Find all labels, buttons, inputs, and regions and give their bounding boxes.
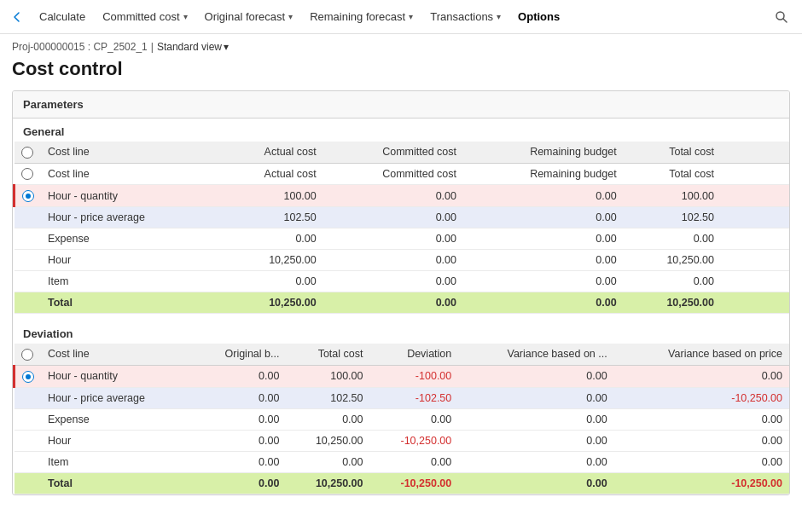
row-actual: 0.00 <box>218 228 323 250</box>
row-name: Hour <box>41 250 218 271</box>
table-row: Expense 0.00 0.00 0.00 0.00 0.00 <box>15 408 790 430</box>
row-remaining: 0.00 <box>463 228 624 250</box>
dev-header-radio[interactable] <box>21 349 33 361</box>
dev-col-header-total: Total cost <box>286 344 369 365</box>
dev-row-original: 0.00 <box>193 430 286 451</box>
dev-row-deviation: -10,250.00 <box>369 430 458 451</box>
row-total: Total cost <box>624 163 721 185</box>
col-header-actualcost: Actual cost <box>218 142 323 163</box>
general-table-header-row: Cost line Actual cost Committed cost Rem… <box>15 142 790 163</box>
dev-row-radio-cell <box>15 365 42 387</box>
view-dropdown[interactable]: Standard view ▾ <box>157 41 229 53</box>
dev-row-deviation: -100.00 <box>369 365 458 387</box>
total-remaining: 0.00 <box>463 292 624 314</box>
general-subsection: General Cost line Actual cost Committed … <box>13 119 789 314</box>
row-radio-cell <box>15 185 42 207</box>
dev-total-deviation: -10,250.00 <box>369 472 458 494</box>
dev-row-original: 0.00 <box>193 365 286 387</box>
row-actual: 0.00 <box>218 271 323 292</box>
deviation-table-body: Hour - quantity 0.00 100.00 -100.00 0.00… <box>15 365 790 494</box>
table-row: Hour - price average 102.50 0.00 0.00 10… <box>15 207 790 228</box>
nav-remaining-forecast[interactable]: Remaining forecast ▾ <box>303 7 420 26</box>
dev-row-variance1: 0.00 <box>458 365 613 387</box>
col-header-costline: Cost line <box>41 142 218 163</box>
table-row: Item 0.00 0.00 0.00 0.00 0.00 <box>15 451 790 472</box>
table-row: Total 10,250.00 0.00 0.00 10,250.00 <box>15 292 790 314</box>
dev-row-total: 0.00 <box>286 408 369 430</box>
breadcrumb-separator: | <box>151 41 154 53</box>
dev-row-variance1: 0.00 <box>458 387 613 408</box>
chevron-down-icon: ▾ <box>183 12 188 21</box>
search-button[interactable] <box>771 7 792 27</box>
table-row: Hour 10,250.00 0.00 0.00 10,250.00 <box>15 250 790 271</box>
main-content: Parameters General Cost line Actual cost… <box>0 90 802 518</box>
col-header-radio <box>15 142 42 163</box>
back-button[interactable] <box>10 10 24 24</box>
chevron-down-icon: ▾ <box>409 12 413 21</box>
dev-row-deviation: 0.00 <box>369 451 458 472</box>
row-committed: 0.00 <box>323 185 463 207</box>
dev-row-total: 100.00 <box>286 365 369 387</box>
dev-row-radio-cell <box>15 451 42 472</box>
dev-row-variance2: -10,250.00 <box>614 387 789 408</box>
deviation-subsection: Deviation Cost line Original b... Total … <box>13 321 789 494</box>
dev-row-radio-cell <box>15 387 42 408</box>
dev-total-original: 0.00 <box>193 472 286 494</box>
nav-options[interactable]: Options <box>511 7 567 26</box>
dev-row-total: 102.50 <box>286 387 369 408</box>
dev-row-variance2: 0.00 <box>614 365 789 387</box>
header-radio[interactable] <box>21 147 33 159</box>
dev-total-name: Total <box>41 472 193 494</box>
row-extra <box>721 207 789 228</box>
table-row: Cost line Actual cost Committed cost Rem… <box>15 163 790 185</box>
row-extra <box>721 163 789 185</box>
row-actual: 102.50 <box>218 207 323 228</box>
row-committed: 0.00 <box>323 207 463 228</box>
row-total: 102.50 <box>624 207 721 228</box>
row-committed: 0.00 <box>323 250 463 271</box>
nav-committed-cost[interactable]: Committed cost ▾ <box>96 7 194 26</box>
row-radio[interactable] <box>21 168 33 180</box>
row-remaining: 0.00 <box>463 250 624 271</box>
row-name: Hour - price average <box>41 207 218 228</box>
row-total: 100.00 <box>624 185 721 207</box>
dev-row-radio[interactable] <box>22 371 34 383</box>
row-committed: 0.00 <box>323 271 463 292</box>
row-total: 10,250.00 <box>624 250 721 271</box>
col-header-extra <box>721 142 789 163</box>
total-actual: 10,250.00 <box>218 292 323 314</box>
table-row: Hour - quantity 100.00 0.00 0.00 100.00 <box>15 185 790 207</box>
table-row: Total 0.00 10,250.00 -10,250.00 0.00 -10… <box>15 472 790 494</box>
dev-col-header-original: Original b... <box>193 344 286 365</box>
col-header-committedcost: Committed cost <box>323 142 463 163</box>
dev-row-total: 0.00 <box>286 451 369 472</box>
nav-transactions[interactable]: Transactions ▾ <box>423 7 508 26</box>
general-header: General <box>13 119 789 142</box>
breadcrumb: Proj-000000015 : CP_2502_1 | Standard vi… <box>0 34 802 56</box>
table-row: Hour 0.00 10,250.00 -10,250.00 0.00 0.00 <box>15 430 790 451</box>
row-actual: 100.00 <box>218 185 323 207</box>
row-extra <box>721 271 789 292</box>
row-name: Item <box>41 271 218 292</box>
row-radio-cell <box>15 250 42 271</box>
dev-row-original: 0.00 <box>193 408 286 430</box>
dev-col-header-radio <box>15 344 42 365</box>
dev-row-variance1: 0.00 <box>458 430 613 451</box>
row-remaining: 0.00 <box>463 185 624 207</box>
row-remaining: 0.00 <box>463 207 624 228</box>
nav-original-forecast[interactable]: Original forecast ▾ <box>198 7 300 26</box>
dev-total-radio-cell <box>15 472 42 494</box>
nav-calculate[interactable]: Calculate <box>32 7 92 26</box>
dev-row-name: Hour - price average <box>41 387 193 408</box>
parameters-header: Parameters <box>13 91 789 119</box>
row-total: 0.00 <box>624 228 721 250</box>
dev-row-original: 0.00 <box>193 387 286 408</box>
table-row: Hour - quantity 0.00 100.00 -100.00 0.00… <box>15 365 790 387</box>
chevron-down-icon: ▾ <box>497 12 501 21</box>
dev-row-total: 10,250.00 <box>286 430 369 451</box>
table-row: Hour - price average 0.00 102.50 -102.50… <box>15 387 790 408</box>
dev-row-name: Hour <box>41 430 193 451</box>
row-radio[interactable] <box>22 190 34 202</box>
dev-col-header-deviation: Deviation <box>369 344 458 365</box>
general-table: Cost line Actual cost Committed cost Rem… <box>13 142 789 314</box>
